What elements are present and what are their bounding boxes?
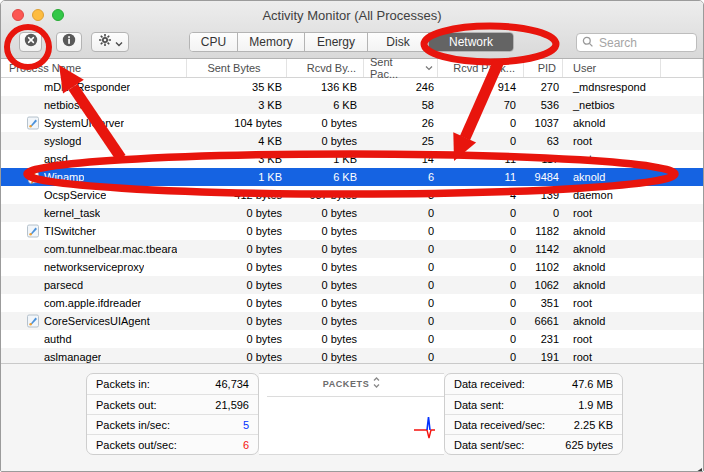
sent-bytes-cell: 0 bytes xyxy=(187,240,287,258)
column-header-pid[interactable]: PID xyxy=(524,59,563,77)
stat-value: 46,734 xyxy=(215,378,249,390)
user-cell: root xyxy=(563,294,661,312)
sent-packets-cell: 0 xyxy=(364,222,438,240)
process-row-authd[interactable]: authd0 bytes0 bytes00231root xyxy=(1,330,703,348)
process-name-cell: mDNSResponder xyxy=(1,78,187,96)
row-filler xyxy=(661,240,703,258)
process-row-ocspservice[interactable]: OcspService412 bytes637 bytes34139daemon xyxy=(1,186,703,204)
column-header-sent-pac[interactable]: Sent Pac... xyxy=(364,59,438,77)
row-filler xyxy=(661,204,703,222)
process-row-winamp[interactable]: Winamp1 KB6 KB6119484aknold xyxy=(1,168,703,186)
tab-network[interactable]: Network xyxy=(429,33,513,51)
row-filler xyxy=(661,258,703,276)
sent-packets-cell: 3 xyxy=(364,186,438,204)
pid-cell: 231 xyxy=(524,330,563,348)
pid-cell: 63 xyxy=(524,132,563,150)
sent-packets-cell: 26 xyxy=(364,114,438,132)
rcvd-bytes-cell: 1 KB xyxy=(287,150,364,168)
no-icon xyxy=(25,80,41,95)
column-header-user[interactable]: User xyxy=(563,59,661,77)
row-filler xyxy=(661,96,703,114)
stat-value: 21,596 xyxy=(215,399,249,411)
row-filler xyxy=(661,330,703,348)
process-row-kernel-task[interactable]: kernel_task0 bytes0 bytes000root xyxy=(1,204,703,222)
stat-packets-out-sec: Packets out/sec:6 xyxy=(87,434,258,454)
sent-packets-cell: 0 xyxy=(364,276,438,294)
rcvd-packets-cell: 914 xyxy=(438,78,524,96)
sent-packets-cell: 0 xyxy=(364,330,438,348)
rcvd-packets-cell: 0 xyxy=(438,330,524,348)
process-row-syslogd[interactable]: syslogd4 KB0 bytes25063root xyxy=(1,132,703,150)
process-row-parsecd[interactable]: parsecd0 bytes0 bytes001062aknold xyxy=(1,276,703,294)
data-stats-box: Data received:47.6 MBData sent:1.9 MBDat… xyxy=(444,373,623,455)
rcvd-packets-cell: 0 xyxy=(438,294,524,312)
stat-data-received-sec: Data received/sec:2.25 KB xyxy=(445,414,622,434)
pid-cell: 1182 xyxy=(524,222,563,240)
row-filler xyxy=(661,222,703,240)
sent-packets-cell: 0 xyxy=(364,204,438,222)
settings-menu-button[interactable] xyxy=(91,32,129,52)
sent-packets-cell: 58 xyxy=(364,96,438,114)
search-input[interactable] xyxy=(597,35,691,51)
sent-packets-cell: 0 xyxy=(364,312,438,330)
process-row-aslmanager[interactable]: aslmanager0 bytes0 bytes00191root xyxy=(1,348,703,363)
stat-label: Data sent/sec: xyxy=(454,439,524,451)
tab-memory[interactable]: Memory xyxy=(238,33,305,51)
rcvd-bytes-cell: 6 KB xyxy=(287,96,364,114)
sent-packets-cell: 6 xyxy=(364,168,438,186)
stat-value: 625 bytes xyxy=(565,439,613,451)
rcvd-packets-cell: 0 xyxy=(438,258,524,276)
column-header-sent-bytes[interactable]: Sent Bytes xyxy=(187,59,287,77)
tab-disk[interactable]: Disk xyxy=(368,33,429,51)
process-row-netbiosd[interactable]: netbiosd3 KB6 KB5870536_netbios xyxy=(1,96,703,114)
process-row-com-tunnelbear-mac-tbeara[interactable]: com.tunnelbear.mac.tbeara0 bytes0 bytes0… xyxy=(1,240,703,258)
network-graph: PACKETS xyxy=(259,373,444,455)
no-icon xyxy=(25,242,41,257)
column-header-rcvd-by[interactable]: Rcvd By... xyxy=(287,59,364,77)
stop-process-button[interactable] xyxy=(19,32,42,52)
table-header: Process NameSent BytesRcvd By...Sent Pac… xyxy=(1,59,703,78)
no-icon xyxy=(25,296,41,311)
process-row-networkserviceproxy[interactable]: networkserviceproxy0 bytes0 bytes001102a… xyxy=(1,258,703,276)
process-row-systemuiserver[interactable]: SystemUIServer104 bytes0 bytes2601037akn… xyxy=(1,114,703,132)
pid-cell: 6661 xyxy=(524,312,563,330)
stat-packets-in-sec: Packets in/sec:5 xyxy=(87,414,258,434)
pid-cell: 1037 xyxy=(524,114,563,132)
inspect-process-button[interactable] xyxy=(56,32,82,52)
process-row-mdnsresponder[interactable]: mDNSResponder35 KB136 KB246914270_mdnsre… xyxy=(1,78,703,96)
rcvd-bytes-cell: 0 bytes xyxy=(287,204,364,222)
tab-cpu[interactable]: CPU xyxy=(190,33,238,51)
search-field[interactable] xyxy=(576,33,697,52)
rcvd-bytes-cell: 0 bytes xyxy=(287,258,364,276)
stat-value: 5 xyxy=(243,419,249,431)
process-name-cell: TISwitcher xyxy=(1,222,187,240)
no-icon xyxy=(25,98,41,113)
user-cell: root xyxy=(563,204,661,222)
rcvd-bytes-cell: 0 bytes xyxy=(287,276,364,294)
rcvd-packets-cell: 0 xyxy=(438,132,524,150)
user-cell: _netbios xyxy=(563,96,661,114)
process-row-tiswitcher[interactable]: TISwitcher0 bytes0 bytes001182aknold xyxy=(1,222,703,240)
column-header-rcvd-pack[interactable]: Rcvd Pack... xyxy=(438,59,524,77)
row-filler xyxy=(661,276,703,294)
rcvd-bytes-cell: 0 bytes xyxy=(287,222,364,240)
stat-data-received: Data received:47.6 MB xyxy=(445,374,622,394)
sent-bytes-cell: 0 bytes xyxy=(187,204,287,222)
row-filler xyxy=(661,168,703,186)
tab-energy[interactable]: Energy xyxy=(305,33,368,51)
user-cell: root xyxy=(563,330,661,348)
sent-bytes-cell: 35 KB xyxy=(187,78,287,96)
user-cell: aknold xyxy=(563,168,661,186)
process-row-com-apple-ifdreader[interactable]: com.apple.ifdreader0 bytes0 bytes00351ro… xyxy=(1,294,703,312)
sent-packets-cell: 0 xyxy=(364,258,438,276)
pid-cell: 270 xyxy=(524,78,563,96)
rcvd-bytes-cell: 0 bytes xyxy=(287,132,364,150)
rcvd-bytes-cell: 0 bytes xyxy=(287,240,364,258)
stat-data-sent: Data sent:1.9 MB xyxy=(445,394,622,414)
titlebar: Activity Monitor (All Processes) xyxy=(1,1,703,29)
graph-mode-popup[interactable]: PACKETS xyxy=(259,377,444,390)
sent-bytes-cell: 104 bytes xyxy=(187,114,287,132)
column-header-process-name[interactable]: Process Name xyxy=(1,59,187,77)
process-row-apsd[interactable]: apsd3 KB1 KB1411117root xyxy=(1,150,703,168)
process-row-coreservicesuiagent[interactable]: CoreServicesUIAgent0 bytes0 bytes006661a… xyxy=(1,312,703,330)
